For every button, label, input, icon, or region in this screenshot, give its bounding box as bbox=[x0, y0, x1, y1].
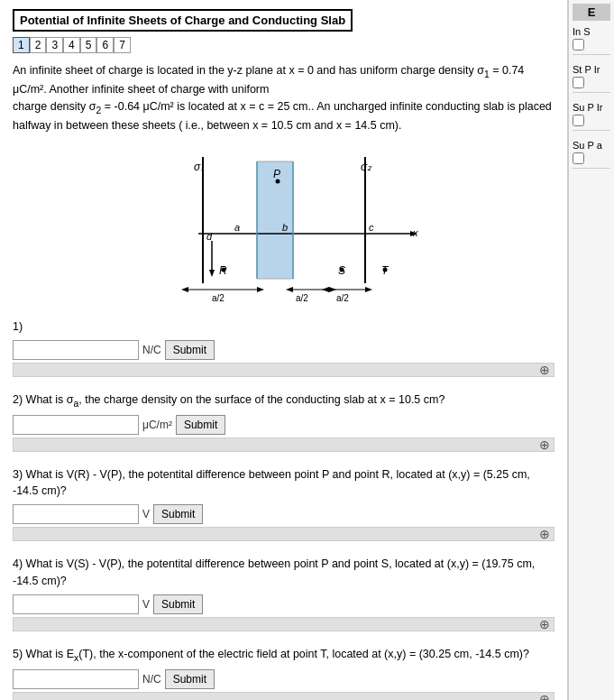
question-3-feedback: ⊕ bbox=[13, 527, 554, 541]
svg-text:P: P bbox=[273, 168, 280, 180]
question-3-unit: V bbox=[142, 508, 150, 520]
tab-2[interactable]: 2 bbox=[30, 37, 47, 53]
question-4: 4) What is V(S) - V(P), the potentital d… bbox=[13, 556, 554, 631]
sidebar-st-p-ir-checkbox[interactable] bbox=[573, 77, 584, 88]
question-1-unit: N/C bbox=[142, 344, 161, 356]
svg-text:σ₂: σ₂ bbox=[361, 161, 372, 173]
question-5-text: 5) What is Ex(T), the x-component of the… bbox=[13, 646, 554, 665]
sidebar-st-p-ir: St P Ir bbox=[573, 64, 610, 93]
svg-marker-7 bbox=[209, 270, 215, 277]
sidebar-su-p-ir: Su P Ir bbox=[573, 102, 610, 131]
question-2-input[interactable] bbox=[13, 415, 139, 435]
problem-description: An infinite sheet of charge is located i… bbox=[13, 62, 554, 134]
diagram-svg: x d P a b c R S bbox=[149, 143, 419, 306]
sidebar-in-s: In S bbox=[573, 26, 610, 55]
question-3-submit[interactable]: Submit bbox=[153, 504, 203, 524]
question-2-submit[interactable]: Submit bbox=[176, 415, 225, 435]
diagram-section: x d P a b c R S bbox=[13, 143, 554, 306]
diagram: x d P a b c R S bbox=[149, 143, 419, 306]
question-3-text: 3) What is V(R) - V(P), the potentital d… bbox=[13, 466, 554, 501]
question-1-submit[interactable]: Submit bbox=[165, 340, 215, 360]
tab-4[interactable]: 4 bbox=[63, 37, 80, 53]
question-1: 1) N/C Submit ⊕ bbox=[13, 318, 554, 377]
sidebar: E In S St P Ir Su P Ir Su P a bbox=[568, 0, 614, 700]
question-2-text: 2) What is σa, the charge density on the… bbox=[13, 391, 554, 410]
question-5-feedback: ⊕ bbox=[13, 692, 554, 700]
question-1-expand[interactable]: ⊕ bbox=[539, 363, 550, 377]
svg-text:a/2: a/2 bbox=[296, 293, 308, 303]
question-4-input[interactable] bbox=[13, 594, 139, 614]
question-4-unit: V bbox=[142, 598, 150, 611]
sidebar-st-p-ir-label: St P Ir bbox=[573, 64, 610, 75]
svg-point-32 bbox=[275, 179, 280, 183]
sidebar-su-p-ir-checkbox[interactable] bbox=[573, 115, 584, 126]
svg-text:c: c bbox=[369, 222, 374, 233]
question-4-expand[interactable]: ⊕ bbox=[539, 617, 550, 631]
sidebar-su-p-ir-label: Su P Ir bbox=[573, 102, 610, 113]
question-3-expand[interactable]: ⊕ bbox=[539, 527, 550, 541]
svg-marker-23 bbox=[286, 287, 293, 292]
question-3-input[interactable] bbox=[13, 504, 139, 524]
question-1-text: 1) bbox=[13, 318, 554, 336]
svg-text:b: b bbox=[282, 222, 288, 233]
sidebar-su-p-a-checkbox[interactable] bbox=[573, 152, 584, 164]
question-1-feedback: ⊕ bbox=[13, 363, 554, 377]
question-4-feedback: ⊕ bbox=[13, 617, 554, 631]
svg-text:x: x bbox=[412, 227, 418, 238]
sidebar-su-p-a: Su P a bbox=[573, 140, 610, 169]
svg-text:a/2: a/2 bbox=[212, 293, 225, 303]
question-4-submit[interactable]: Submit bbox=[153, 594, 203, 614]
svg-point-33 bbox=[221, 267, 225, 272]
page-title: Potential of Infinite Sheets of Charge a… bbox=[13, 9, 353, 32]
svg-text:a: a bbox=[234, 222, 240, 233]
svg-text:d: d bbox=[206, 231, 213, 242]
svg-marker-28 bbox=[365, 287, 372, 292]
svg-marker-19 bbox=[181, 287, 188, 292]
question-2: 2) What is σa, the charge density on the… bbox=[13, 391, 554, 452]
sidebar-e-label: E bbox=[573, 4, 610, 21]
svg-point-34 bbox=[339, 267, 344, 272]
sidebar-in-s-checkbox[interactable] bbox=[573, 39, 584, 51]
tab-7[interactable]: 7 bbox=[114, 37, 131, 53]
question-2-unit: μC/m² bbox=[142, 419, 172, 431]
question-4-text: 4) What is V(S) - V(P), the potentital d… bbox=[13, 556, 554, 590]
sidebar-su-p-a-label: Su P a bbox=[573, 140, 610, 151]
questions-container: 1) N/C Submit ⊕ 2) What is σa, the charg… bbox=[13, 318, 554, 700]
tab-3[interactable]: 3 bbox=[46, 37, 63, 53]
question-2-feedback: ⊕ bbox=[13, 438, 554, 452]
svg-text:σ₁: σ₁ bbox=[194, 161, 205, 173]
svg-text:a/2: a/2 bbox=[336, 293, 349, 303]
svg-marker-27 bbox=[322, 287, 329, 292]
question-5: 5) What is Ex(T), the x-component of the… bbox=[13, 646, 554, 700]
question-5-unit: N/C bbox=[142, 673, 161, 686]
tab-bar: 1 2 3 4 5 6 7 bbox=[13, 37, 554, 53]
question-5-expand[interactable]: ⊕ bbox=[539, 692, 550, 700]
svg-point-35 bbox=[382, 267, 387, 272]
question-1-input[interactable] bbox=[13, 340, 139, 360]
question-5-submit[interactable]: Submit bbox=[165, 669, 215, 689]
question-2-expand[interactable]: ⊕ bbox=[539, 438, 550, 452]
question-3: 3) What is V(R) - V(P), the potentital d… bbox=[13, 466, 554, 542]
tab-5[interactable]: 5 bbox=[80, 37, 97, 53]
tab-6[interactable]: 6 bbox=[96, 37, 114, 53]
svg-marker-20 bbox=[257, 287, 264, 292]
tab-1[interactable]: 1 bbox=[13, 37, 30, 53]
sidebar-in-s-label: In S bbox=[573, 26, 610, 37]
question-5-input[interactable] bbox=[13, 669, 139, 689]
